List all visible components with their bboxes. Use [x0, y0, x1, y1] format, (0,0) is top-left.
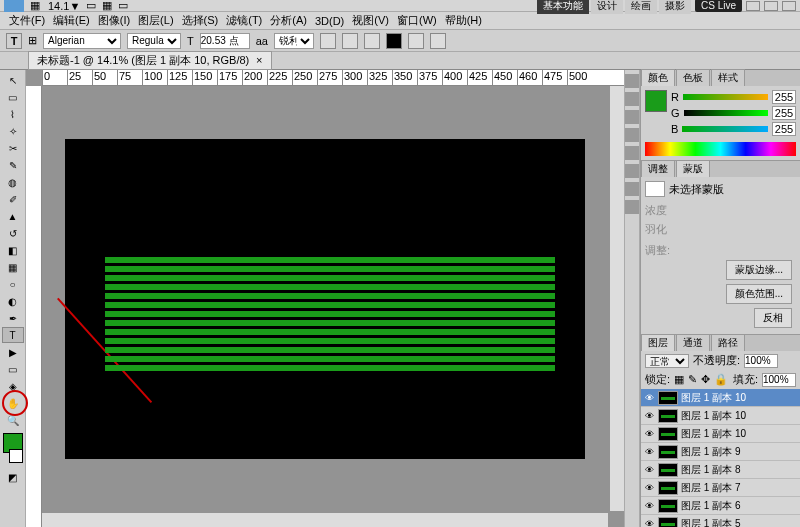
heal-tool[interactable]: ◍: [2, 174, 24, 190]
align-right-button[interactable]: [364, 33, 380, 49]
brush-tool[interactable]: ✐: [2, 191, 24, 207]
visibility-icon[interactable]: 👁: [643, 518, 655, 528]
zoom-tool[interactable]: 🔍: [2, 412, 24, 428]
workspace-tab-photo[interactable]: 摄影: [659, 0, 691, 14]
dodge-tool[interactable]: ◐: [2, 293, 24, 309]
layer-thumb[interactable]: [658, 517, 678, 528]
nav-panel-icon[interactable]: [625, 182, 639, 196]
pen-tool[interactable]: ✒: [2, 310, 24, 326]
eraser-tool[interactable]: ◧: [2, 242, 24, 258]
info-panel-icon[interactable]: [625, 200, 639, 214]
menu-view[interactable]: 视图(V): [349, 12, 392, 29]
visibility-icon[interactable]: 👁: [643, 428, 655, 440]
shape-tool[interactable]: ▭: [2, 361, 24, 377]
tab-channels[interactable]: 通道: [676, 334, 710, 351]
char-panel-button[interactable]: [430, 33, 446, 49]
workspace-tab-paint[interactable]: 绘画: [625, 0, 657, 14]
value-b[interactable]: 255: [772, 122, 796, 136]
stamp-tool[interactable]: ▲: [2, 208, 24, 224]
tab-adjust[interactable]: 调整: [641, 160, 675, 177]
tool-indicator[interactable]: T: [6, 33, 22, 49]
menu-help[interactable]: 帮助(H): [442, 12, 485, 29]
fill-input[interactable]: [762, 373, 796, 387]
background-color[interactable]: [9, 449, 23, 463]
type-tool[interactable]: T: [2, 327, 24, 343]
menu-3d[interactable]: 3D(D): [312, 14, 347, 28]
layer-row[interactable]: 👁图层 1 副本 10: [641, 407, 800, 425]
layer-row[interactable]: 👁图层 1 副本 6: [641, 497, 800, 515]
layer-thumb[interactable]: [658, 391, 678, 405]
quickmask-tool[interactable]: ◩: [2, 469, 24, 485]
tab-layers[interactable]: 图层: [641, 334, 675, 351]
bridge-icon[interactable]: ▦: [30, 0, 40, 12]
lasso-tool[interactable]: ⌇: [2, 106, 24, 122]
blur-tool[interactable]: ○: [2, 276, 24, 292]
lock-trans-icon[interactable]: ▦: [674, 373, 684, 386]
warp-text-button[interactable]: [408, 33, 424, 49]
menu-select[interactable]: 选择(S): [179, 12, 222, 29]
menu-file[interactable]: 文件(F): [6, 12, 48, 29]
visibility-icon[interactable]: 👁: [643, 446, 655, 458]
visibility-icon[interactable]: 👁: [643, 500, 655, 512]
layer-row[interactable]: 👁图层 1 副本 8: [641, 461, 800, 479]
screen-icon[interactable]: ▭: [118, 0, 128, 12]
para-panel-icon[interactable]: [625, 164, 639, 178]
value-g[interactable]: 255: [772, 106, 796, 120]
zoom-display[interactable]: 14.1: [48, 0, 69, 12]
value-r[interactable]: 255: [772, 90, 796, 104]
visibility-icon[interactable]: 👁: [643, 392, 655, 404]
align-left-button[interactable]: [320, 33, 336, 49]
hand-tool[interactable]: ✋: [2, 395, 24, 411]
tab-styles[interactable]: 样式: [711, 69, 745, 86]
minimize-button[interactable]: [746, 1, 760, 11]
mask-thumb[interactable]: [645, 181, 665, 197]
menu-image[interactable]: 图像(I): [95, 12, 133, 29]
history-panel-icon[interactable]: [625, 74, 639, 88]
invert-button[interactable]: 反相: [754, 308, 792, 328]
path-select-tool[interactable]: ▶: [2, 344, 24, 360]
layer-thumb[interactable]: [658, 409, 678, 423]
layer-thumb[interactable]: [658, 499, 678, 513]
spectrum-bar[interactable]: [645, 142, 796, 156]
layer-row[interactable]: 👁图层 1 副本 9: [641, 443, 800, 461]
color-swatch[interactable]: [645, 90, 667, 112]
marquee-tool[interactable]: ▭: [2, 89, 24, 105]
aa-select[interactable]: 锐利: [274, 33, 314, 49]
actions-panel-icon[interactable]: [625, 92, 639, 106]
char-panel-icon[interactable]: [625, 146, 639, 160]
visibility-icon[interactable]: 👁: [643, 482, 655, 494]
canvas[interactable]: [65, 139, 585, 459]
layer-thumb[interactable]: [658, 481, 678, 495]
visibility-icon[interactable]: 👁: [643, 410, 655, 422]
move-tool[interactable]: ↖: [2, 72, 24, 88]
opacity-input[interactable]: [744, 354, 778, 368]
blend-mode-select[interactable]: 正常: [645, 354, 689, 368]
layer-row[interactable]: 👁图层 1 副本 10: [641, 389, 800, 407]
clone-panel-icon[interactable]: [625, 128, 639, 142]
text-color-button[interactable]: [386, 33, 402, 49]
layer-row[interactable]: 👁图层 1 副本 10: [641, 425, 800, 443]
brush-panel-icon[interactable]: [625, 110, 639, 124]
mask-edge-button[interactable]: 蒙版边缘...: [726, 260, 792, 280]
tab-swatches[interactable]: 色板: [676, 69, 710, 86]
document-tab[interactable]: 未标题-1 @ 14.1% (图层 1 副本 10, RGB/8) ×: [28, 51, 272, 70]
font-style-select[interactable]: Regular: [127, 33, 181, 49]
lock-all-icon[interactable]: 🔒: [714, 373, 728, 386]
menu-window[interactable]: 窗口(W): [394, 12, 440, 29]
workspace-switcher[interactable]: 基本功能 设计 绘画 摄影: [537, 0, 691, 14]
menu-edit[interactable]: 编辑(E): [50, 12, 93, 29]
tab-mask[interactable]: 蒙版: [676, 160, 710, 177]
orientation-icon[interactable]: ⊞: [28, 34, 37, 47]
lock-pos-icon[interactable]: ✥: [701, 373, 710, 386]
align-center-button[interactable]: [342, 33, 358, 49]
layer-thumb[interactable]: [658, 445, 678, 459]
crop-tool[interactable]: ✂: [2, 140, 24, 156]
wand-tool[interactable]: ✧: [2, 123, 24, 139]
slider-b[interactable]: [682, 126, 768, 132]
view-icon[interactable]: ▭: [86, 0, 96, 12]
ruler-vertical[interactable]: [26, 86, 42, 527]
close-document-icon[interactable]: ×: [256, 54, 262, 66]
ruler-horizontal[interactable]: 0255075100125150175200225250275300325350…: [42, 70, 624, 86]
menu-layer[interactable]: 图层(L): [135, 12, 176, 29]
menu-analysis[interactable]: 分析(A): [267, 12, 310, 29]
